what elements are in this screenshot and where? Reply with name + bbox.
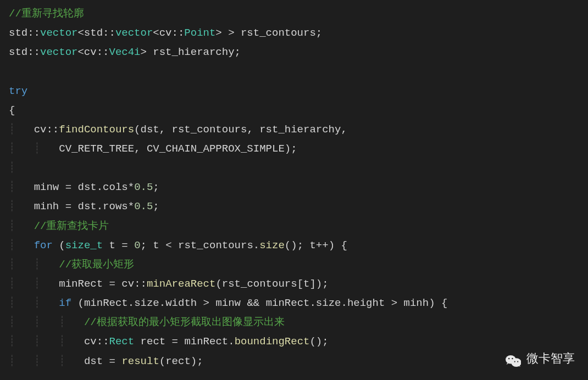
code-line: ┊ ┊ CV_RETR_TREE, CV_CHAIN_APPROX_SIMPLE…	[9, 139, 588, 159]
code-line: std::vector<std::vector<cv::Point> > rst…	[9, 24, 588, 43]
code-line: ┊ ┊ ┊ cv::Rect rect = minRect.boundingRe…	[9, 332, 588, 351]
code-line: ┊ cv::findContours(dst, rst_contours, rs…	[9, 120, 588, 139]
code-line: try	[9, 82, 588, 101]
code-line: ┊	[9, 159, 588, 178]
code-line: std::vector<cv::Vec4i> rst_hierarchy;	[9, 43, 588, 62]
code-line: ┊ ┊ if (minRect.size.width > minw && min…	[9, 294, 588, 313]
code-line: ┊ ┊ ┊ dst = result(rect);	[9, 352, 588, 371]
comment: //重新查找卡片	[34, 220, 109, 232]
code-line: ┊ minw = dst.cols*0.5;	[9, 178, 588, 197]
svg-point-4	[512, 359, 521, 366]
code-line: ┊ minh = dst.rows*0.5;	[9, 197, 588, 216]
code-line: ┊ ┊ ┊ //根据获取的最小矩形截取出图像显示出来	[9, 313, 588, 332]
code-line: ┊ //重新查找卡片	[9, 217, 588, 236]
wechat-icon	[506, 353, 521, 366]
comment: //根据获取的最小矩形截取出图像显示出来	[84, 316, 285, 328]
watermark-text: 微卡智享	[526, 348, 575, 370]
code-line: ┊ for (size_t t = 0; t < rst_contours.si…	[9, 236, 588, 255]
svg-point-5	[508, 358, 509, 359]
code-line: ┊ ┊ minRect = cv::minAreaRect(rst_contou…	[9, 275, 588, 294]
svg-point-6	[512, 358, 513, 359]
code-line: ┊ ┊ //获取最小矩形	[9, 255, 588, 275]
code-line	[9, 62, 588, 81]
comment: //获取最小矩形	[59, 259, 134, 271]
watermark: 微卡智享	[506, 348, 575, 370]
code-line: {	[9, 101, 588, 120]
svg-point-8	[517, 361, 518, 362]
comment: //重新寻找轮廓	[9, 8, 84, 20]
svg-point-7	[514, 361, 515, 362]
code-line: //重新寻找轮廓	[9, 4, 588, 24]
code-editor: //重新寻找轮廓 std::vector<std::vector<cv::Poi…	[9, 4, 588, 371]
